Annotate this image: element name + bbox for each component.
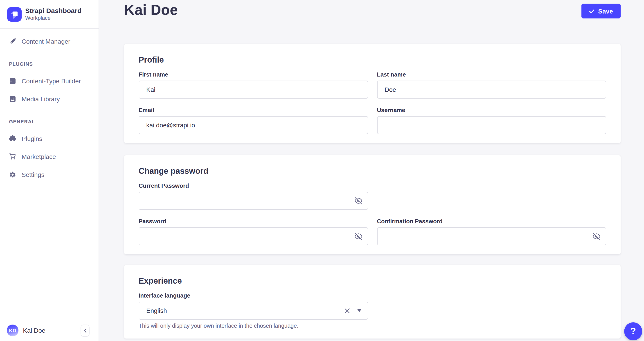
sidebar-item-plugins[interactable]: Plugins (0, 130, 98, 148)
save-button[interactable]: Save (582, 4, 620, 18)
puzzle-icon (9, 135, 16, 142)
sidebar-item-label: Marketplace (22, 153, 56, 160)
user-name: Kai Doe (23, 327, 46, 334)
first-name-input[interactable] (138, 80, 368, 98)
main-content: Kai Doe Save Profile First name (99, 0, 644, 341)
sidebar-item-settings[interactable]: Settings (0, 166, 98, 184)
first-name-field-group: First name (138, 71, 368, 98)
last-name-field-group: Last name (377, 71, 606, 98)
layout-icon (9, 78, 16, 85)
sidebar-item-marketplace[interactable]: Marketplace (0, 148, 98, 166)
password-label: Password (138, 218, 368, 225)
image-icon (9, 96, 16, 103)
sidebar-item-label: Content Manager (22, 38, 70, 45)
sidebar-item-label: Settings (22, 171, 44, 178)
username-field-group: Username (377, 107, 606, 134)
profile-card-title: Profile (138, 55, 606, 65)
experience-card-title: Experience (138, 276, 606, 286)
eye-off-icon (354, 232, 362, 240)
sidebar-item-label: Content-Type Builder (22, 78, 81, 85)
interface-language-value: English (146, 307, 167, 314)
change-password-card-title: Change password (138, 166, 606, 176)
email-label: Email (138, 107, 368, 114)
toggle-confirmation-password-visibility-button[interactable] (593, 232, 600, 240)
page-title: Kai Doe (124, 1, 178, 19)
new-password-field-group: Password (138, 218, 368, 245)
interface-language-select[interactable]: English (138, 302, 368, 320)
confirmation-password-field-group: Confirmation Password (377, 218, 606, 245)
first-name-label: First name (138, 71, 368, 78)
sidebar-item-label: Media Library (22, 96, 60, 103)
spacer-cell (377, 182, 606, 210)
toggle-current-password-visibility-button[interactable] (354, 197, 362, 204)
content-area: Profile First name Last name (99, 44, 644, 338)
username-input[interactable] (377, 116, 606, 134)
sidebar-nav: Content Manager PLUGINS Content-Type Bui… (0, 29, 98, 184)
save-button-label: Save (598, 8, 613, 15)
confirmation-password-label: Confirmation Password (377, 218, 606, 225)
password-fields-grid: Current Password (138, 182, 606, 245)
clear-language-button[interactable] (343, 307, 351, 314)
profile-card: Profile First name Last name (124, 44, 620, 143)
current-password-input[interactable] (138, 192, 368, 210)
sidebar-section-plugins: PLUGINS (0, 61, 98, 66)
current-password-label: Current Password (138, 182, 368, 190)
password-input[interactable] (138, 227, 368, 245)
app: Strapi Dashboard Workplace Content Manag… (0, 0, 644, 341)
gear-icon (9, 171, 16, 178)
last-name-label: Last name (377, 71, 606, 78)
interface-language-label: Interface language (138, 292, 368, 299)
toggle-password-visibility-button[interactable] (354, 232, 362, 240)
sidebar-item-content-manager[interactable]: Content Manager (0, 32, 98, 50)
current-password-field-group: Current Password (138, 182, 368, 210)
sidebar-item-label: Plugins (22, 135, 42, 142)
chevron-left-icon (83, 328, 87, 333)
experience-fields-grid: Interface language English (138, 292, 606, 330)
close-icon (344, 308, 350, 314)
strapi-logo-icon (7, 7, 22, 22)
interface-language-field-group: Interface language English (138, 292, 368, 330)
change-password-card: Change password Current Password (124, 155, 620, 254)
check-icon (589, 8, 595, 14)
email-field-group: Email (138, 107, 368, 134)
brand-subtitle: Workplace (25, 15, 82, 22)
last-name-input[interactable] (377, 80, 606, 98)
sidebar-collapse-button[interactable] (80, 324, 90, 336)
sidebar-item-media-library[interactable]: Media Library (0, 90, 98, 108)
username-label: Username (377, 107, 606, 114)
email-input[interactable] (138, 116, 368, 134)
help-button-label: ? (630, 326, 636, 336)
help-button[interactable]: ? (624, 322, 642, 340)
interface-language-hint: This will only display your own interfac… (138, 322, 368, 330)
brand-text: Strapi Dashboard Workplace (25, 7, 82, 22)
cart-icon (9, 153, 16, 160)
experience-card: Experience Interface language English (124, 265, 620, 338)
confirmation-password-input[interactable] (377, 227, 606, 245)
sidebar-user-row: KD Kai Doe (0, 320, 98, 341)
brand-title: Strapi Dashboard (25, 7, 82, 15)
spacer-cell (377, 292, 606, 330)
sidebar-item-content-type-builder[interactable]: Content-Type Builder (0, 72, 98, 90)
sidebar-section-general: GENERAL (0, 119, 98, 124)
open-language-dropdown-button[interactable] (356, 308, 362, 313)
sidebar: Strapi Dashboard Workplace Content Manag… (0, 0, 99, 341)
eye-off-icon (354, 197, 362, 204)
page-header: Kai Doe Save (99, 0, 644, 19)
eye-off-icon (593, 232, 600, 240)
profile-fields-grid: First name Last name Email (138, 71, 606, 134)
chevron-down-icon (357, 309, 361, 312)
quill-icon (9, 38, 16, 45)
brand: Strapi Dashboard Workplace (0, 0, 98, 29)
avatar: KD (7, 324, 18, 336)
